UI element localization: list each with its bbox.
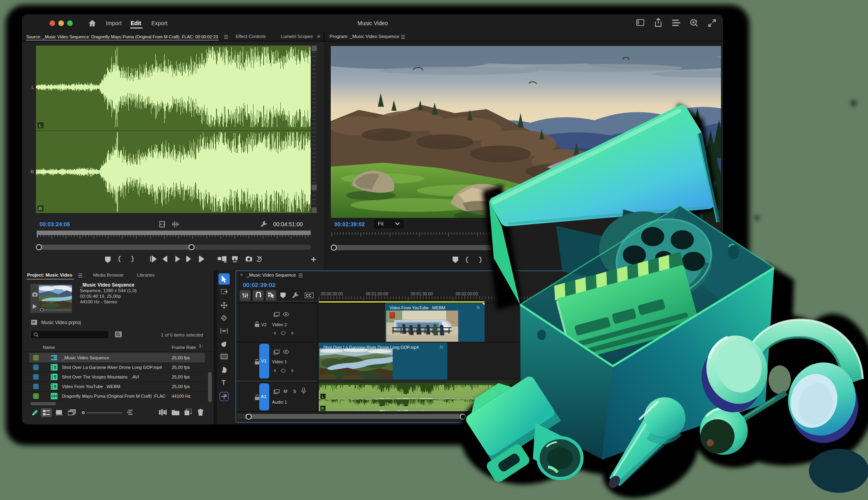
- svg-text:T: T: [222, 379, 226, 386]
- svg-text:R: R: [322, 406, 324, 410]
- svg-text:L: L: [322, 394, 324, 398]
